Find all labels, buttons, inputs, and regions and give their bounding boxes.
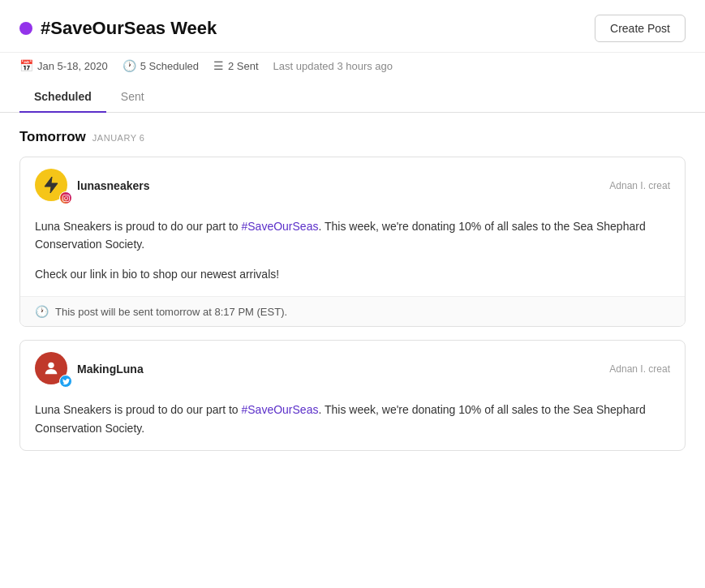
clock-meta-icon: 🕐	[123, 59, 136, 72]
hashtag-1: #SaveOurSeas	[242, 220, 319, 233]
account-info-2: MakingLuna	[35, 352, 144, 386]
date-range: Jan 5-18, 2020	[37, 60, 108, 72]
tab-scheduled[interactable]: Scheduled	[19, 82, 106, 113]
sent-count-item: ☰ 2 Sent	[213, 59, 259, 72]
scheduled-count: 5 Scheduled	[140, 60, 199, 72]
title-section: #SaveOurSeas Week	[19, 18, 217, 39]
creator-text-2: Adnan I. creat	[609, 363, 670, 375]
calendar-icon: 📅	[19, 59, 33, 72]
post-card-1-header: lunasneakers Adnan I. creat	[20, 157, 685, 212]
sent-count: 2 Sent	[228, 60, 259, 72]
content-area: Tomorrow JANUARY 6 lun	[0, 113, 705, 480]
campaign-dot	[19, 22, 32, 35]
list-icon: ☰	[213, 59, 224, 72]
schedule-text-1: This post will be sent tomorrow at 8:17 …	[55, 306, 287, 318]
post-body-1: Luna Sneakers is proud to do our part to…	[20, 212, 685, 296]
post-body-para-3: Luna Sneakers is proud to do our part to…	[35, 401, 670, 437]
instagram-badge	[59, 191, 72, 204]
post-card-2-header: MakingLuna Adnan I. creat	[20, 341, 685, 396]
last-updated: Last updated 3 hours ago	[273, 60, 393, 72]
scheduled-count-item: 🕐 5 Scheduled	[123, 59, 199, 72]
account-info-1: lunasneakers	[35, 169, 150, 203]
tabs-row: Scheduled Sent	[0, 82, 705, 113]
post-body-2: Luna Sneakers is proud to do our part to…	[20, 396, 685, 450]
post-card-1: lunasneakers Adnan I. creat Luna Sneaker…	[19, 157, 686, 327]
account-name-1: lunasneakers	[77, 179, 150, 192]
twitter-badge	[59, 375, 72, 388]
hashtag-2: #SaveOurSeas	[242, 403, 319, 416]
meta-row: 📅 Jan 5-18, 2020 🕐 5 Scheduled ☰ 2 Sent …	[0, 53, 705, 82]
tab-sent[interactable]: Sent	[106, 82, 159, 113]
creator-text-1: Adnan I. creat	[609, 180, 670, 191]
day-label: Tomorrow	[19, 129, 86, 145]
avatar-wrapper-1	[35, 169, 69, 203]
svg-point-0	[48, 363, 54, 368]
avatar-wrapper-2	[35, 352, 69, 386]
account-name-2: MakingLuna	[77, 363, 144, 376]
post-footer-1: 🕐 This post will be sent tomorrow at 8:1…	[20, 296, 685, 326]
page-title: #SaveOurSeas Week	[41, 18, 217, 39]
date-label: JANUARY 6	[92, 133, 145, 143]
day-header: Tomorrow JANUARY 6	[19, 129, 686, 145]
date-range-item: 📅 Jan 5-18, 2020	[19, 59, 108, 72]
page-header: #SaveOurSeas Week Create Post	[0, 0, 705, 53]
clock-footer-icon-1: 🕐	[35, 305, 49, 318]
post-card-2: MakingLuna Adnan I. creat Luna Sneakers …	[19, 340, 686, 451]
post-body-para-2: Check our link in bio to shop our newest…	[35, 265, 670, 283]
create-post-button[interactable]: Create Post	[595, 15, 686, 42]
post-body-para-1: Luna Sneakers is proud to do our part to…	[35, 217, 670, 254]
